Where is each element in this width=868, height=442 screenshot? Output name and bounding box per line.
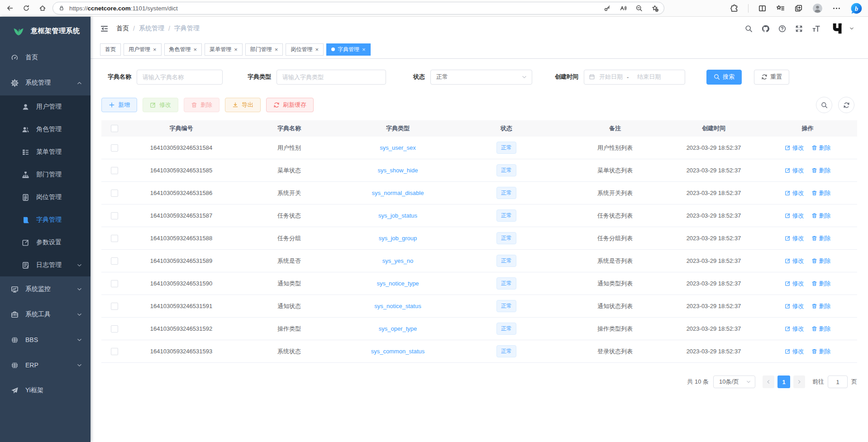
row-checkbox[interactable] [111, 348, 118, 355]
row-edit-link[interactable]: 修改 [785, 212, 804, 220]
row-edit-link[interactable]: 修改 [785, 144, 804, 152]
font-size-icon[interactable] [812, 24, 820, 33]
toggle-search-button[interactable] [816, 97, 832, 113]
row-checkbox[interactable] [111, 190, 118, 197]
sidebar-item-erp[interactable]: ERP [0, 352, 91, 378]
row-edit-link[interactable]: 修改 [785, 234, 804, 242]
refresh-table-button[interactable] [838, 97, 854, 113]
tab-user-mgmt[interactable]: 用户管理× [124, 43, 162, 56]
sidebar-item-yi-framework[interactable]: Yi框架 [0, 378, 91, 403]
search-button[interactable]: 搜索 [706, 70, 742, 85]
dict-type-link[interactable]: sys_notice_status [374, 303, 421, 309]
dict-type-link[interactable]: sys_job_group [379, 235, 417, 242]
row-delete-link[interactable]: 删除 [811, 212, 831, 220]
dict-type-link[interactable]: sys_common_status [371, 348, 425, 355]
sidebar-item-dept-mgmt[interactable]: 部门管理 [0, 163, 91, 186]
github-icon[interactable] [762, 25, 769, 33]
row-delete-link[interactable]: 删除 [811, 234, 831, 242]
split-screen-icon[interactable] [758, 4, 767, 13]
refresh-cache-button[interactable]: 刷新缓存 [266, 98, 314, 112]
sidebar-item-home[interactable]: 首页 [0, 45, 91, 70]
page-size-select[interactable]: 10条/页 [713, 375, 755, 388]
row-edit-link[interactable]: 修改 [785, 280, 804, 288]
dict-type-input[interactable] [277, 70, 386, 85]
profile-icon[interactable] [812, 3, 823, 14]
home-icon[interactable] [39, 5, 46, 12]
url-text[interactable]: https://ccnetcore.com:1101/system/dict [69, 5, 178, 12]
sidebar-item-bbs[interactable]: BBS [0, 327, 91, 352]
row-checkbox[interactable] [111, 167, 118, 174]
user-logo-avatar[interactable] [831, 22, 845, 35]
collections-icon[interactable] [794, 4, 803, 13]
sidebar-item-menu-mgmt[interactable]: 菜单管理 [0, 141, 91, 163]
read-aloud-icon[interactable] [620, 5, 627, 12]
tab-close-icon[interactable]: × [362, 47, 366, 52]
row-edit-link[interactable]: 修改 [785, 302, 804, 310]
row-delete-link[interactable]: 删除 [811, 189, 831, 197]
sidebar-item-system-mgmt[interactable]: 系统管理 [0, 70, 91, 95]
row-checkbox[interactable] [111, 144, 118, 152]
tab-close-icon[interactable]: × [234, 47, 238, 52]
edit-button[interactable]: 修改 [143, 98, 178, 112]
row-delete-link[interactable]: 删除 [811, 257, 831, 265]
page-number-button[interactable]: 1 [777, 375, 790, 388]
row-checkbox[interactable] [111, 235, 118, 242]
row-checkbox[interactable] [111, 212, 118, 219]
tab-close-icon[interactable]: × [275, 47, 278, 52]
fullscreen-icon[interactable] [795, 25, 803, 33]
dict-type-link[interactable]: sys_job_status [378, 212, 417, 219]
row-edit-link[interactable]: 修改 [785, 347, 804, 356]
zoom-out-icon[interactable] [635, 5, 643, 12]
dict-type-link[interactable]: sys_notice_type [377, 280, 419, 287]
export-button[interactable]: 导出 [225, 98, 261, 112]
extensions-icon[interactable] [730, 4, 739, 13]
goto-page-input[interactable] [828, 375, 848, 388]
sidebar-item-user-mgmt[interactable]: 用户管理 [0, 95, 91, 118]
sidebar-item-role-mgmt[interactable]: 角色管理 [0, 118, 91, 141]
select-all-checkbox[interactable] [111, 125, 118, 132]
row-delete-link[interactable]: 删除 [811, 280, 831, 288]
favorites-bar-icon[interactable] [776, 4, 785, 13]
breadcrumb-item[interactable]: 系统管理 [139, 24, 164, 33]
row-checkbox[interactable] [111, 325, 118, 333]
sidebar-item-param-settings[interactable]: 参数设置 [0, 231, 91, 254]
sidebar-collapse-icon[interactable] [100, 24, 109, 33]
prev-page-button[interactable] [763, 375, 774, 388]
tab-dept-mgmt[interactable]: 部门管理× [245, 43, 283, 56]
dict-name-input[interactable] [137, 70, 223, 85]
row-delete-link[interactable]: 删除 [811, 166, 831, 175]
row-edit-link[interactable]: 修改 [785, 325, 804, 333]
dict-type-link[interactable]: sys_show_hide [378, 167, 418, 174]
sidebar-item-post-mgmt[interactable]: 岗位管理 [0, 186, 91, 209]
row-checkbox[interactable] [111, 303, 118, 310]
key-icon[interactable] [604, 5, 611, 12]
tab-close-icon[interactable]: × [153, 47, 157, 52]
tab-menu-mgmt[interactable]: 菜单管理× [205, 43, 243, 56]
date-range-picker[interactable]: 开始日期 - 结束日期 [584, 70, 685, 85]
chevron-down-icon[interactable] [849, 26, 854, 31]
tab-dict-mgmt[interactable]: 字典管理× [326, 43, 371, 56]
dict-type-link[interactable]: sys_yes_no [382, 257, 414, 264]
favorite-add-icon[interactable] [651, 5, 658, 12]
copilot-icon[interactable]: b [850, 2, 863, 14]
sidebar-item-system-monitor[interactable]: 系统监控 [0, 276, 91, 302]
more-icon[interactable] [832, 4, 841, 13]
add-button[interactable]: 新增 [101, 98, 137, 112]
dict-type-link[interactable]: sys_normal_disable [372, 190, 424, 196]
search-icon[interactable] [745, 25, 753, 33]
app-logo[interactable]: 意框架管理系统 [0, 17, 91, 45]
row-delete-link[interactable]: 删除 [811, 347, 831, 356]
lock-icon[interactable] [58, 5, 65, 11]
delete-button[interactable]: 删除 [184, 98, 219, 112]
tab-post-mgmt[interactable]: 岗位管理× [286, 43, 324, 56]
row-edit-link[interactable]: 修改 [785, 189, 804, 197]
row-delete-link[interactable]: 删除 [811, 144, 831, 152]
tab-home[interactable]: 首页 [100, 43, 121, 56]
breadcrumb-item[interactable]: 首页 [116, 24, 129, 33]
sidebar-item-dict-mgmt[interactable]: 字典管理 [0, 209, 91, 231]
sidebar-item-log-mgmt[interactable]: 日志管理 [0, 254, 91, 276]
dict-type-link[interactable]: sys_user_sex [380, 144, 415, 151]
address-bar[interactable]: https://ccnetcore.com:1101/system/dict [52, 2, 664, 14]
reload-icon[interactable] [23, 5, 30, 12]
back-icon[interactable] [6, 5, 14, 12]
